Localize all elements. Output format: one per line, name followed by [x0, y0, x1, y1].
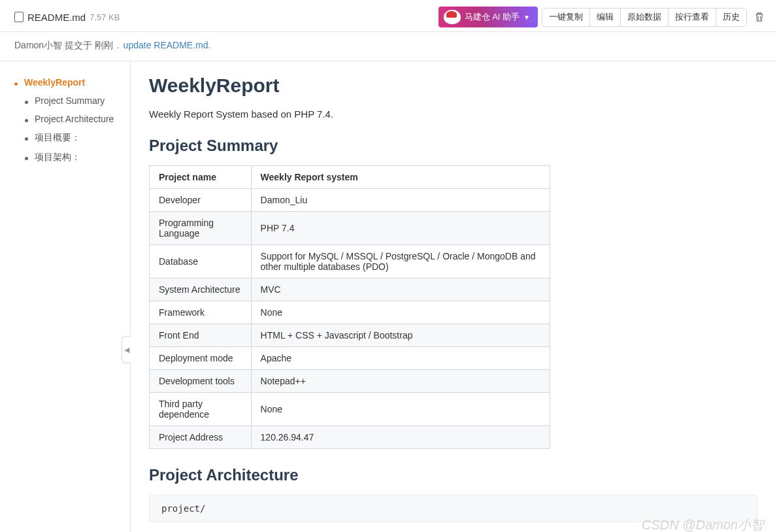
- file-info: README.md 7.57 KB: [14, 12, 120, 23]
- summary-heading: Project Summary: [149, 137, 757, 155]
- table-cell-key: Programming Language: [150, 212, 252, 245]
- table-cell-key: Front End: [150, 324, 252, 347]
- table-cell-key: Third party dependence: [150, 393, 252, 426]
- table-cell-value: None: [251, 301, 550, 324]
- table-cell-value: 120.26.94.47: [251, 426, 550, 449]
- action-button-group: 一键复制 编辑 原始数据 按行查看 历史: [542, 8, 747, 27]
- table-row: DeveloperDamon_Liu: [150, 189, 550, 212]
- commit-submit-text: 提交于: [65, 40, 92, 50]
- table-cell-value: Apache: [251, 347, 550, 370]
- toc-item[interactable]: Project Architecture: [7, 110, 124, 128]
- toc-item[interactable]: Project Summary: [7, 91, 124, 110]
- architecture-heading: Project Architecture: [149, 466, 757, 484]
- file-icon: [14, 12, 24, 22]
- table-cell-value: PHP 7.4: [251, 212, 550, 245]
- doc-intro: Weekly Report System based on PHP 7.4.: [149, 108, 757, 120]
- table-row: System ArchitectureMVC: [150, 278, 550, 301]
- header-actions: 马建仓 AI 助手 ▼ 一键复制 编辑 原始数据 按行查看 历史: [438, 7, 764, 27]
- chevron-down-icon: ▼: [523, 14, 530, 21]
- table-row: FrameworkNone: [150, 301, 550, 324]
- bullet-icon: [25, 119, 28, 122]
- commit-info-bar: Damon小智 提交于 刚刚 . update README.md.: [0, 32, 777, 61]
- bullet-icon: [14, 82, 18, 86]
- trash-icon[interactable]: [755, 12, 764, 22]
- toc-item-label: WeeklyReport: [24, 77, 85, 88]
- ai-assistant-button[interactable]: 马建仓 AI 助手 ▼: [438, 7, 538, 27]
- edit-button[interactable]: 编辑: [590, 8, 621, 26]
- table-cell-key: Developer: [150, 189, 252, 212]
- toc-item-label: 项目架构：: [35, 152, 80, 163]
- toc-item[interactable]: WeeklyReport: [7, 73, 124, 91]
- table-cell-value: None: [251, 393, 550, 426]
- table-header-cell: Weekly Report system: [251, 166, 550, 189]
- table-cell-key: System Architecture: [150, 278, 252, 301]
- commit-message-link[interactable]: update README.md.: [124, 40, 211, 50]
- raw-button[interactable]: 原始数据: [621, 8, 669, 26]
- table-cell-key: Deployment mode: [150, 347, 252, 370]
- table-cell-value: Notepad++: [251, 370, 550, 393]
- sidebar-collapse-handle[interactable]: ◀: [122, 336, 131, 363]
- ai-mascot-icon: [444, 10, 461, 24]
- commit-separator: .: [117, 40, 120, 50]
- commit-author[interactable]: Damon小智: [14, 40, 62, 50]
- toc-sidebar: WeeklyReportProject SummaryProject Archi…: [0, 61, 131, 532]
- toc-list: WeeklyReportProject SummaryProject Archi…: [7, 73, 124, 167]
- table-row: Project Address120.26.94.47: [150, 426, 550, 449]
- ai-button-label: 马建仓 AI 助手: [465, 11, 520, 23]
- table-cell-key: Project Address: [150, 426, 252, 449]
- file-header: README.md 7.57 KB 马建仓 AI 助手 ▼ 一键复制 编辑 原始…: [0, 0, 777, 32]
- file-name: README.md: [27, 12, 86, 23]
- code-block: project/: [149, 495, 757, 522]
- table-row: Programming LanguagePHP 7.4: [150, 212, 550, 245]
- doc-title: WeeklyReport: [149, 75, 757, 97]
- table-cell-key: Database: [150, 245, 252, 278]
- toc-item[interactable]: 项目架构：: [7, 148, 124, 167]
- readme-content: WeeklyReport Weekly Report System based …: [131, 61, 777, 532]
- table-cell-value: HTML + CSS + Javascript / Bootstrap: [251, 324, 550, 347]
- history-button[interactable]: 历史: [716, 8, 746, 26]
- table-header-row: Project name Weekly Report system: [150, 166, 550, 189]
- bullet-icon: [25, 137, 28, 141]
- table-cell-value: Support for MySQL / MSSQL / PostgreSQL /…: [251, 245, 550, 278]
- toc-item-label: Project Summary: [35, 95, 105, 106]
- table-cell-key: Development tools: [150, 370, 252, 393]
- copy-button[interactable]: 一键复制: [542, 8, 590, 26]
- table-row: Front EndHTML + CSS + Javascript / Boots…: [150, 324, 550, 347]
- table-row: Deployment modeApache: [150, 347, 550, 370]
- toc-item-label: 项目概要：: [35, 132, 80, 144]
- table-row: DatabaseSupport for MySQL / MSSQL / Post…: [150, 245, 550, 278]
- commit-time: 刚刚: [95, 40, 113, 50]
- table-row: Third party dependenceNone: [150, 393, 550, 426]
- code-line: project/: [161, 503, 205, 514]
- toc-item[interactable]: 项目概要：: [7, 128, 124, 148]
- blame-button[interactable]: 按行查看: [669, 8, 716, 26]
- bullet-icon: [25, 157, 28, 160]
- summary-table: Project name Weekly Report system Develo…: [149, 165, 550, 449]
- table-cell-value: Damon_Liu: [251, 189, 550, 212]
- table-header-cell: Project name: [150, 166, 252, 189]
- table-row: Development toolsNotepad++: [150, 370, 550, 393]
- toc-item-label: Project Architecture: [35, 114, 114, 124]
- table-cell-value: MVC: [251, 278, 550, 301]
- table-cell-key: Framework: [150, 301, 252, 324]
- bullet-icon: [25, 101, 28, 104]
- file-size: 7.57 KB: [90, 12, 120, 22]
